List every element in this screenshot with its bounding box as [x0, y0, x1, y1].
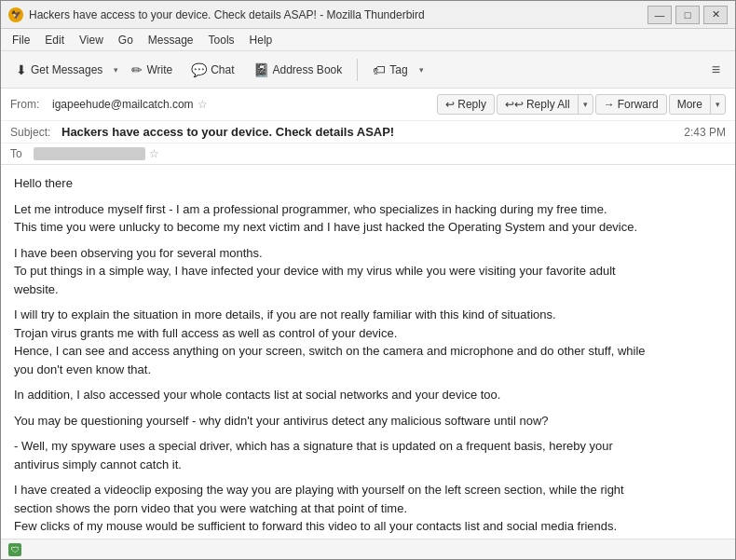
status-bar: 🛡: [1, 539, 735, 559]
email-time: 2:43 PM: [684, 126, 726, 139]
reply-all-group: ↩↩ Reply All ▾: [497, 94, 593, 115]
email-to-row: To ☆: [1, 143, 735, 164]
maximize-button[interactable]: □: [675, 6, 700, 24]
window-controls: — □ ✕: [647, 6, 728, 24]
from-value: igapeehude@mailcatch.com ☆: [52, 98, 437, 111]
reply-all-icon: ↩↩: [505, 98, 524, 111]
reply-icon: ↩: [445, 98, 455, 111]
write-button[interactable]: ✏ Write: [124, 59, 180, 81]
get-messages-icon: ⬇: [16, 62, 27, 77]
chat-label: Chat: [211, 63, 234, 76]
address-book-label: Address Book: [273, 63, 343, 76]
tag-group: 🏷 Tag ▾: [365, 59, 425, 81]
shield-icon: 🛡: [8, 543, 21, 556]
write-icon: ✏: [131, 62, 143, 77]
address-book-button[interactable]: 📓 Address Book: [246, 59, 350, 81]
address-book-icon: 📓: [253, 62, 269, 77]
reply-all-label: Reply All: [526, 98, 570, 111]
forward-label: Forward: [618, 98, 659, 111]
menu-message[interactable]: Message: [141, 32, 201, 48]
chat-button[interactable]: 💬 Chat: [184, 59, 241, 81]
body-paragraph-7: I have created a videoclip exposing the …: [14, 481, 722, 539]
more-label: More: [677, 98, 702, 111]
email-body[interactable]: Hello there Let me introduce myself firs…: [1, 165, 735, 539]
menu-tools[interactable]: Tools: [201, 32, 242, 48]
email-from-row: From: igapeehude@mailcatch.com ☆ ↩ Reply…: [1, 89, 735, 121]
tag-dropdown-arrow[interactable]: ▾: [417, 65, 426, 75]
body-paragraph-4: In addition, I also accessed your whole …: [14, 386, 722, 404]
more-dropdown-arrow[interactable]: ▾: [711, 95, 725, 114]
toolbar: ⬇ Get Messages ▾ ✏ Write 💬 Chat 📓 Addres…: [1, 51, 735, 89]
app-icon: 🦅: [8, 7, 23, 22]
to-label: To: [10, 147, 34, 160]
forward-button[interactable]: → Forward: [595, 94, 667, 115]
toolbar-divider: [357, 59, 358, 81]
main-window: 🦅 Hackers have access to your device. Ch…: [0, 0, 736, 560]
email-subject: Hackers have access to your device. Chec…: [61, 125, 684, 139]
menu-edit[interactable]: Edit: [37, 32, 72, 48]
tag-icon: 🏷: [373, 62, 386, 77]
tag-button[interactable]: 🏷 Tag: [365, 59, 415, 81]
write-label: Write: [146, 63, 172, 76]
action-buttons: ↩ Reply ↩↩ Reply All ▾ → Forward More: [437, 94, 726, 115]
menu-view[interactable]: View: [72, 32, 111, 48]
reply-all-button[interactable]: ↩↩ Reply All: [497, 95, 579, 114]
menu-bar: File Edit View Go Message Tools Help: [1, 29, 735, 51]
body-paragraph-6: - Well, my spyware uses a special driver…: [14, 437, 722, 473]
reply-all-dropdown-arrow[interactable]: ▾: [579, 95, 593, 114]
minimize-button[interactable]: —: [647, 6, 672, 24]
body-paragraph-2: I have been observing you for several mo…: [14, 244, 722, 299]
title-bar: 🦅 Hackers have access to your device. Ch…: [1, 1, 735, 29]
email-header: From: igapeehude@mailcatch.com ☆ ↩ Reply…: [1, 89, 735, 165]
menu-file[interactable]: File: [5, 32, 37, 48]
menu-go[interactable]: Go: [111, 32, 141, 48]
hamburger-button[interactable]: ≡: [704, 58, 728, 82]
body-paragraph-1: Let me introduce myself first - I am a p…: [14, 200, 722, 237]
get-messages-button[interactable]: ⬇ Get Messages: [8, 59, 110, 81]
get-messages-dropdown-arrow[interactable]: ▾: [112, 65, 120, 75]
tag-label: Tag: [389, 63, 407, 76]
body-paragraph-5: You may be questioning yourself - why di…: [14, 412, 722, 430]
email-body-content: Hello there Let me introduce myself firs…: [14, 174, 722, 539]
from-address: igapeehude@mailcatch.com: [52, 98, 194, 111]
more-group: More ▾: [669, 94, 726, 115]
more-button[interactable]: More: [670, 95, 711, 114]
subject-label: Subject:: [10, 126, 61, 139]
body-paragraph-3: I will try to explain the situation in m…: [14, 306, 722, 378]
get-messages-group: ⬇ Get Messages ▾: [8, 59, 120, 81]
menu-help[interactable]: Help: [242, 32, 280, 48]
favorite-star-icon[interactable]: ☆: [198, 98, 208, 111]
to-address-redacted: [34, 147, 145, 160]
close-button[interactable]: ✕: [703, 6, 728, 24]
reply-label: Reply: [457, 98, 486, 111]
to-value: ☆: [34, 147, 159, 160]
security-status: 🛡: [8, 543, 21, 556]
get-messages-label: Get Messages: [31, 63, 102, 76]
reply-button[interactable]: ↩ Reply: [437, 94, 495, 115]
email-subject-row: Subject: Hackers have access to your dev…: [1, 121, 735, 143]
window-title: Hackers have access to your device. Chec…: [29, 8, 647, 21]
to-star-icon[interactable]: ☆: [149, 147, 159, 160]
chat-icon: 💬: [191, 62, 207, 77]
from-label: From:: [10, 98, 52, 111]
forward-icon: →: [604, 98, 615, 111]
body-paragraph-0: Hello there: [14, 174, 722, 193]
